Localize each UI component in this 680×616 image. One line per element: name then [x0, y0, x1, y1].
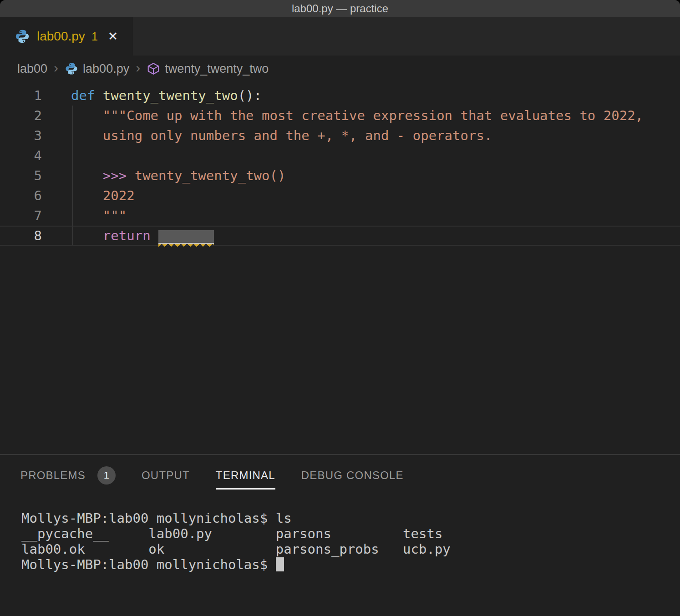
code-token: using only numbers and the +, *, and - o… — [71, 128, 492, 143]
code-line[interactable]: 8 return — [0, 226, 680, 246]
breadcrumb-file[interactable]: lab00.py — [65, 62, 129, 76]
breadcrumb-folder[interactable]: lab00 — [17, 62, 47, 76]
code-text: >>> twenty_twenty_two() — [71, 166, 680, 186]
line-number: 2 — [0, 106, 42, 126]
tab-lab00py[interactable]: lab00.py 1 ✕ — [0, 17, 133, 56]
code-lines: 1def twenty_twenty_two():2 """Come up wi… — [0, 86, 680, 246]
symbol-cube-icon — [147, 62, 160, 76]
panel-tab-label: OUTPUT — [142, 469, 190, 482]
code-text: return — [71, 227, 680, 245]
window-title-bar[interactable]: lab00.py — practice — [0, 0, 680, 17]
code-text — [71, 146, 680, 166]
editor-tab-bar: lab00.py 1 ✕ — [0, 17, 680, 56]
line-number: 7 — [0, 206, 42, 226]
code-token — [71, 228, 103, 243]
close-icon[interactable]: ✕ — [108, 29, 118, 44]
panel-tab-label: PROBLEMS — [20, 469, 86, 482]
window-title: lab00.py — practice — [292, 2, 388, 15]
code-text: """Come up with the most creative expres… — [71, 106, 680, 126]
chevron-right-icon: › — [136, 60, 140, 76]
panel-tab-debug-console[interactable]: DEBUG CONSOLE — [301, 469, 404, 482]
code-text: using only numbers and the +, *, and - o… — [71, 126, 680, 146]
python-icon — [15, 29, 30, 44]
breadcrumb-symbol[interactable]: twenty_twenty_two — [147, 62, 269, 76]
code-token: >>> — [103, 168, 127, 183]
code-token: return — [103, 228, 151, 243]
code-token: """Come up with the most creative expres… — [71, 108, 643, 123]
tab-filename: lab00.py — [37, 29, 85, 44]
code-token: twenty_twenty_two — [103, 88, 238, 103]
panel-tab-terminal[interactable]: TERMINAL — [216, 469, 275, 482]
code-line[interactable]: 3 using only numbers and the +, *, and -… — [0, 126, 680, 146]
line-number: 1 — [0, 86, 42, 106]
code-token: 2022 — [71, 188, 135, 203]
code-line[interactable]: 5 >>> twenty_twenty_two() — [0, 166, 680, 186]
code-token: twenty_twenty_two() — [127, 168, 285, 183]
code-text: 2022 — [71, 186, 680, 206]
breadcrumb: lab00 › lab00.py › twenty_twenty_two — [0, 56, 680, 82]
code-line[interactable]: 2 """Come up with the most creative expr… — [0, 106, 680, 126]
line-number: 6 — [0, 186, 42, 206]
terminal-line: lab00.ok ok parsons_probs ucb.py — [21, 541, 680, 557]
tab-problems-count: 1 — [91, 30, 98, 43]
panel-tab-output[interactable]: OUTPUT — [142, 469, 190, 482]
code-token — [151, 228, 158, 243]
code-token — [71, 168, 103, 183]
bottom-panel: PROBLEMS1OUTPUTTERMINALDEBUG CONSOLE Mol… — [0, 454, 680, 616]
code-line[interactable]: 1def twenty_twenty_two(): — [0, 86, 680, 106]
code-line[interactable]: 7 """ — [0, 206, 680, 226]
code-editor[interactable]: 1def twenty_twenty_two():2 """Come up wi… — [0, 82, 680, 454]
terminal-line: Mollys-MBP:lab00 mollynicholas$ ls — [21, 510, 680, 526]
chevron-right-icon: › — [54, 60, 58, 76]
panel-tab-label: TERMINAL — [216, 469, 275, 490]
line-number: 5 — [0, 166, 42, 186]
terminal-line: Mollys-MBP:lab00 mollynicholas$ — [21, 557, 680, 572]
line-number: 8 — [0, 227, 42, 245]
snippet-placeholder — [158, 230, 214, 244]
line-number: 3 — [0, 126, 42, 146]
code-text: def twenty_twenty_two(): — [71, 86, 680, 106]
terminal-output[interactable]: Mollys-MBP:lab00 mollynicholas$ ls__pyca… — [0, 496, 680, 572]
code-text: """ — [71, 206, 680, 226]
code-line[interactable]: 6 2022 — [0, 186, 680, 206]
terminal-cursor — [276, 557, 284, 571]
panel-tabs: PROBLEMS1OUTPUTTERMINALDEBUG CONSOLE — [0, 455, 680, 496]
panel-tab-problems[interactable]: PROBLEMS1 — [20, 466, 116, 485]
code-token: """ — [71, 208, 127, 223]
panel-tab-label: DEBUG CONSOLE — [301, 469, 404, 482]
line-number: 4 — [0, 146, 42, 166]
code-token: def — [71, 88, 103, 103]
terminal-line: __pycache__ lab00.py parsons tests — [21, 526, 680, 541]
python-icon — [65, 62, 78, 76]
code-token: (): — [238, 88, 262, 103]
problems-count-badge: 1 — [97, 466, 116, 485]
vscode-window: lab00.py — practice lab00.py 1 ✕ lab00 › — [0, 0, 680, 616]
code-line[interactable]: 4 — [0, 146, 680, 166]
